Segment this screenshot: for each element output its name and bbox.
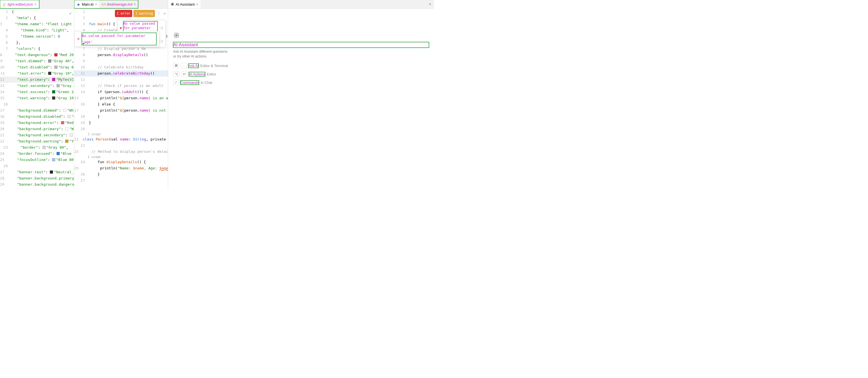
problem-location: :5	[159, 26, 163, 30]
code-line[interactable]: 12 "text.primary": "MyTestColor",	[0, 77, 74, 83]
code-line[interactable]: 15 println("${person.name} is an adult."…	[74, 95, 168, 101]
line-number: 16	[0, 101, 11, 108]
tab-light-edited[interactable]: {} light-edited.json ×	[0, 0, 39, 8]
color-swatch-icon	[48, 59, 51, 62]
close-icon[interactable]: ×	[95, 2, 97, 6]
code-line[interactable]: 20 "background.primary": "White",	[0, 126, 74, 132]
close-icon[interactable]: ×	[163, 10, 167, 17]
color-swatch-icon	[52, 90, 55, 93]
ai-action-link[interactable]: Commands	[180, 81, 199, 85]
code-line[interactable]: 23 "border": "Gray 80",	[0, 144, 74, 151]
line-number: 23	[0, 144, 11, 151]
line-number: 17	[0, 108, 7, 114]
code-line[interactable]: 17 println("${person.name} is not an adu…	[74, 108, 168, 114]
code-line[interactable]: 25 "focusOutline": "Blue 80",	[0, 157, 74, 163]
ai-title: AI Assistant	[173, 42, 429, 48]
color-swatch-icon	[67, 115, 71, 118]
code-line[interactable]: 8 person.displayDetails()	[74, 52, 168, 58]
code-line[interactable]: 19}	[74, 120, 168, 126]
line-number: 2	[74, 15, 88, 21]
code-line[interactable]: 21 "background.secondary": "Gray 110",	[0, 132, 74, 138]
line-number: 21	[0, 132, 7, 138]
code-line[interactable]: 15 "text.warning": "Gray 10",	[0, 95, 74, 101]
code-line[interactable]: 22 "background.warning": "Yellow 20",	[0, 138, 74, 144]
line-number: 11	[0, 70, 7, 77]
code-line[interactable]: 3 "theme.name": "Fleet Light - Edited",	[0, 21, 74, 27]
code-line[interactable]: 2 "meta": {	[0, 15, 74, 21]
color-swatch-icon	[52, 78, 55, 81]
close-icon[interactable]: ×	[34, 2, 37, 6]
code-line[interactable]: 5 "theme.version": 8	[0, 33, 74, 39]
line-number: 10	[0, 64, 7, 70]
line-number: 1	[0, 9, 11, 15]
code-line[interactable]: 4 "theme.kind": "Light",	[0, 27, 74, 33]
code-line[interactable]: 27	[74, 177, 168, 184]
code-line[interactable]: 18 "background.disabled": "Gray 100",	[0, 114, 74, 120]
close-icon[interactable]: ×	[196, 2, 198, 6]
line-number: 13	[74, 83, 88, 89]
code-line[interactable]: 17 "background.dimmed": "White",	[0, 108, 74, 114]
editor-mid[interactable]: 1 error 1 warning ⋮ × No value passed fo…	[74, 9, 168, 189]
ai-action-context: Editor	[207, 72, 216, 76]
error-badge[interactable]: 1 error	[115, 10, 132, 17]
keyboard-key: .	[181, 63, 187, 68]
color-swatch-icon	[52, 96, 55, 99]
line-number: 5	[0, 33, 11, 39]
warning-badge[interactable]: 1 warning	[133, 10, 155, 17]
code-line[interactable]: 26	[0, 163, 74, 169]
code-line[interactable]: 22	[74, 142, 168, 149]
code-line[interactable]: 13 "text.secondary": "Gray 60",	[0, 83, 74, 89]
code-line[interactable]: 1{	[0, 9, 74, 15]
run-gutter-icon[interactable]: ▶	[83, 40, 85, 47]
tabbar-right: ֍ AI Assistant × +	[168, 0, 434, 9]
code-line[interactable]: 14 "text.success": "Green 10",	[0, 89, 74, 95]
code-line[interactable]: 7 "colors": {	[0, 46, 74, 52]
code-line[interactable]: 16 } else {	[74, 101, 168, 108]
code-line[interactable]: 25 println("Name: $name, Age: $age")	[74, 165, 168, 171]
code-line[interactable]: 29 "banner.background.dangerous": "Red_1…	[0, 181, 74, 187]
error-icon: ⊘	[77, 36, 80, 42]
tab-findaverage[interactable]: </> findAverage.iml ×	[100, 0, 138, 8]
editor-left[interactable]: ✓ 1{2 "meta": {3 "theme.name": "Fleet Li…	[0, 9, 74, 189]
code-line[interactable]: 18 }	[74, 114, 168, 120]
close-icon[interactable]: ×	[134, 2, 136, 6]
code-line[interactable]: 9 "text.dimmed": "Gray 40",	[0, 58, 74, 64]
code-line[interactable]: 20	[74, 126, 168, 132]
line-number: 6	[0, 39, 11, 46]
usage-hint[interactable]: 1 usage	[74, 132, 168, 136]
json-file-icon: {}	[2, 2, 6, 6]
keyboard-key: /	[173, 80, 179, 85]
code-line[interactable]: 21class Person(val name: String, private…	[74, 136, 168, 142]
code-line[interactable]: 11 "text.error": "Gray 10",	[0, 70, 74, 77]
line-number: 19	[0, 120, 7, 126]
code-line[interactable]: 12	[74, 77, 168, 83]
code-line[interactable]: 8 "text.dangerous": "Red 20",	[0, 52, 74, 58]
line-number: 20	[74, 126, 88, 132]
line-number: 27	[74, 177, 88, 184]
line-number: 26	[0, 163, 11, 169]
code-line[interactable]: 9	[74, 58, 168, 64]
tab-title: AI Assistant	[176, 2, 195, 6]
code-line[interactable]: 10 "text.disabled": "Gray 60",	[0, 64, 74, 70]
code-line[interactable]: 19 "background.error": "Red 40",	[0, 120, 74, 126]
code-line[interactable]: 23 // Method to display person's details	[74, 149, 168, 155]
usage-hint[interactable]: 1 usage	[74, 155, 168, 159]
code-line[interactable]: 27 "banner.text": "Neutral_10",	[0, 169, 74, 175]
code-line[interactable]: 24 "border.focused": "Blue 50",	[0, 151, 74, 157]
code-line[interactable]: 13 // Check if person is an adult	[74, 83, 168, 89]
code-line[interactable]: 28 "banner.background.primary": "Blue_15…	[0, 175, 74, 181]
code-line[interactable]: 11 person.celebrateBirthday()	[74, 70, 168, 77]
code-line[interactable]: 16	[0, 101, 74, 108]
code-line[interactable]: 24 fun displayDetails() {	[74, 159, 168, 165]
code-line[interactable]: 14 if (person.isAdult()) {	[74, 89, 168, 95]
more-icon[interactable]: ⋮	[156, 10, 162, 17]
tab-main-kt[interactable]: ◆ Main.kt ×	[74, 0, 100, 8]
code-line[interactable]: 26 }	[74, 171, 168, 177]
line-number: 26	[74, 171, 88, 177]
add-tab-button[interactable]: +	[426, 2, 434, 7]
ai-action-link[interactable]: AI Actions	[189, 72, 205, 76]
tab-ai-assistant[interactable]: ֍ AI Assistant ×	[168, 0, 201, 8]
code-line[interactable]: 6 },	[0, 39, 74, 46]
ai-action-link[interactable]: Ask AI	[188, 64, 199, 68]
code-line[interactable]: 10 // Celebrate birthday	[74, 64, 168, 70]
